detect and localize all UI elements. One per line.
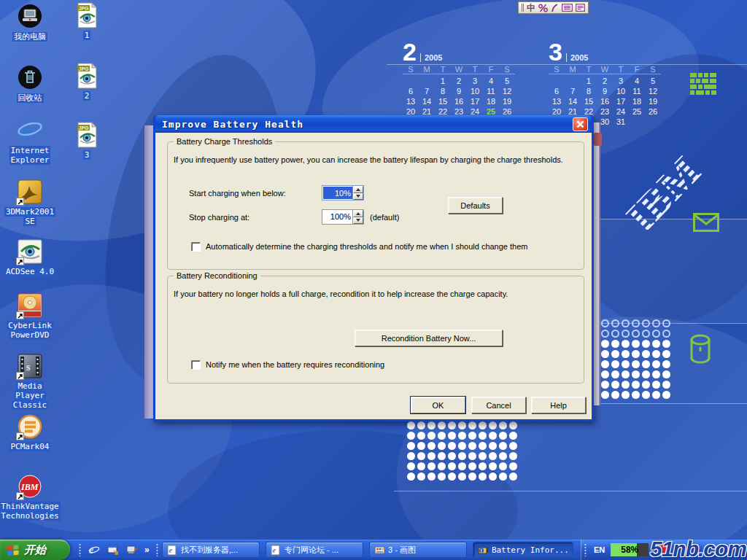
wallpaper-dot	[407, 462, 415, 470]
desktop-icon-my-computer[interactable]: 我的电脑	[1, 3, 58, 42]
wallpaper-dot	[407, 432, 415, 440]
desktop-icon-jpg-3[interactable]: JPG 3	[58, 121, 115, 160]
desktop-icon-thinkvantage[interactable]: IBM ThinkVantage Technologies	[1, 472, 58, 521]
internet-explorer-icon: e	[16, 117, 44, 144]
notify-reconditioning-checkbox[interactable]	[191, 360, 201, 370]
calendar-day: 12	[499, 86, 515, 96]
wallpaper-dot	[438, 462, 446, 470]
ime-punctuation-icon[interactable]	[551, 4, 559, 12]
wallpaper-dot-grid-right	[601, 319, 670, 399]
task-button-forum[interactable]: e 专门网论坛 - ...	[266, 542, 363, 558]
powerdvd-icon	[16, 292, 44, 319]
group-legend: Battery Reconditioning	[174, 271, 260, 280]
quick-launch-ie-icon[interactable]: e	[88, 544, 100, 556]
ime-soft-keyboard-icon[interactable]	[562, 4, 573, 12]
wallpaper-dot	[642, 350, 650, 358]
ime-language-bar[interactable]: 中	[518, 1, 589, 14]
desktop-icon-pcmark04[interactable]: PCMark04	[1, 413, 58, 451]
shortcut-arrow-icon	[16, 311, 24, 319]
help-button[interactable]: Help	[531, 397, 586, 413]
task-button-battery-information[interactable]: ! Battery Infor...	[473, 542, 573, 558]
calendar-day-header: T	[435, 64, 451, 74]
calendar-day	[565, 76, 581, 86]
toolbar-separator[interactable]	[156, 543, 158, 556]
wallpaper-dot	[489, 452, 497, 460]
start-charging-spinner[interactable]: 10%	[322, 185, 364, 201]
wallpaper-dot	[468, 421, 476, 429]
desktop-icon-acdsee[interactable]: ACDSee 4.0	[1, 238, 58, 276]
desktop-icon-jpg-2[interactable]: JPG 2	[58, 62, 115, 101]
ie-page-icon: e	[167, 545, 178, 556]
dialog-titlebar[interactable]: Improve Battery Health	[155, 115, 592, 133]
calendar-day: 2	[597, 76, 613, 86]
spin-up-button[interactable]	[353, 186, 363, 193]
wallpaper-dot	[407, 442, 415, 450]
ime-drag-handle[interactable]	[522, 4, 524, 12]
defaults-button[interactable]: Defaults	[448, 197, 503, 214]
desktop-icon-powerdvd[interactable]: CyberLink PowerDVD	[1, 292, 58, 340]
shortcut-arrow-icon	[16, 198, 24, 206]
wallpaper-dot	[601, 370, 609, 378]
quick-launch-overflow-chevron[interactable]: »	[144, 545, 150, 555]
spin-down-button[interactable]	[353, 217, 363, 225]
cancel-button[interactable]: Cancel	[471, 397, 526, 413]
wallpaper-dot	[489, 432, 497, 440]
wallpaper-dot	[489, 421, 497, 429]
wallpaper-dot	[652, 370, 660, 378]
desktop-icon-internet-explorer[interactable]: e Internet Explorer	[1, 117, 58, 165]
wallpaper-dot	[499, 472, 507, 481]
quick-launch-show-desktop-icon[interactable]	[125, 544, 138, 556]
calendar-day: 14	[419, 96, 435, 106]
icon-label: 1	[83, 31, 91, 40]
start-charging-value[interactable]: 10%	[323, 187, 352, 199]
auto-thresholds-checkbox[interactable]	[191, 242, 201, 252]
calendar-day: 11	[483, 86, 499, 96]
wallpaper-dot	[601, 350, 609, 358]
wallpaper-dot	[499, 432, 507, 440]
wallpaper-dot	[427, 421, 436, 429]
recondition-battery-button[interactable]: Recondition Battery Now...	[355, 330, 503, 346]
media-player-classic-icon: s	[16, 352, 44, 380]
calendar-day: 25	[629, 106, 645, 117]
wallpaper-dot	[611, 391, 619, 399]
calendar-day-header: S	[549, 64, 565, 74]
wallpaper-dot	[632, 360, 640, 368]
language-indicator[interactable]: EN	[594, 545, 605, 554]
calendar-day: 19	[645, 96, 661, 106]
background-window-edge-left	[144, 125, 153, 419]
desktop-icon-media-player-classic[interactable]: s Media Player Classic	[1, 352, 58, 410]
wallpaper-dot	[652, 340, 660, 348]
spin-up-button[interactable]	[353, 210, 363, 217]
wallpaper-dot	[427, 452, 436, 460]
close-icon[interactable]	[573, 117, 588, 131]
wallpaper-dot	[407, 472, 415, 481]
desktop-icon-recycle-bin[interactable]: 回收站	[1, 64, 58, 103]
spin-down-button[interactable]	[353, 193, 363, 201]
task-button-paint[interactable]: 3 - 画图	[369, 542, 467, 558]
stop-charging-spinner[interactable]: 100%	[322, 209, 364, 225]
shortcut-arrow-icon	[16, 492, 24, 500]
toolbar-separator[interactable]	[79, 543, 81, 556]
ime-input-mode-button[interactable]: 中	[527, 4, 535, 12]
ok-button[interactable]: OK	[411, 397, 465, 413]
desktop-icon-jpg-1[interactable]: JPG 1	[58, 1, 115, 40]
quick-launch-window-icon[interactable]	[107, 544, 119, 556]
calendar-day: 18	[629, 96, 645, 106]
battery-gauge[interactable]: 58%	[611, 543, 649, 556]
notify-reconditioning-checkbox-label: Notify me when the battery requires reco…	[206, 360, 384, 370]
wallpaper-dot	[448, 452, 456, 460]
ime-fullwidth-icon[interactable]	[538, 4, 548, 12]
start-button[interactable]: 开始	[0, 540, 70, 560]
wallpaper-line	[394, 491, 747, 491]
desktop-icon-3dmark2001[interactable]: 3DMark2001 SE	[1, 178, 58, 226]
calendar-day	[645, 117, 661, 127]
task-button-server-not-found[interactable]: e 找不到服务器,...	[162, 542, 260, 558]
calendar-day-header: S	[403, 64, 419, 74]
icon-label: 2	[83, 91, 91, 101]
wallpaper-dot	[642, 391, 650, 399]
calendar-month: 2	[403, 41, 417, 63]
ime-menu-icon[interactable]	[576, 4, 585, 12]
dialog-title: Improve Battery Health	[162, 119, 573, 130]
wallpaper-dot	[417, 452, 425, 460]
stop-charging-value[interactable]: 100%	[322, 210, 352, 224]
